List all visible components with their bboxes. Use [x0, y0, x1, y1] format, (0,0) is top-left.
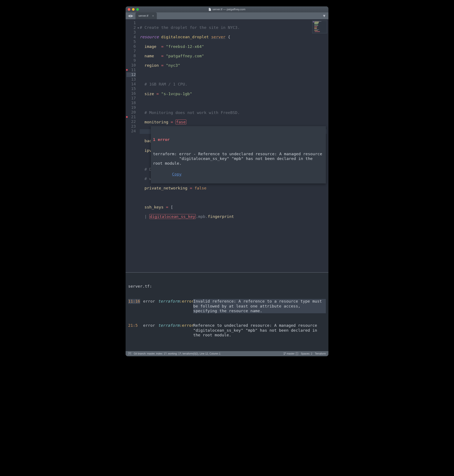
- diagnostic-popup: 1 error terraform: error - Reference to …: [151, 126, 326, 184]
- line-number: 4: [126, 35, 136, 39]
- problem-source: terraform:error: [158, 299, 190, 304]
- code-token: "freebsd-12-x64": [166, 44, 204, 49]
- indent-chip[interactable]: Spaces: 2: [301, 352, 312, 355]
- code-token: =: [156, 91, 159, 96]
- problem-row[interactable]: 11:16 error terraform:error Invalid refe…: [128, 299, 326, 313]
- code-token: image: [144, 44, 156, 49]
- code-token: =: [161, 44, 163, 49]
- code-editor[interactable]: 1 2 3 4 5 6 7 8 9 10 11 12 13 14 15 16 1…: [126, 19, 328, 272]
- code-token: =: [190, 186, 192, 190]
- problem-severity: error: [143, 299, 155, 304]
- problems-panel[interactable]: server.tf: 11:16 error terraform:error I…: [126, 272, 328, 351]
- tabs-overflow-menu[interactable]: ▼: [320, 12, 328, 19]
- file-icon: [209, 8, 211, 11]
- code-token: monitoring: [144, 120, 168, 124]
- line-number: 22: [126, 119, 136, 124]
- problem-message: Invalid reference: A reference to a reso…: [193, 299, 326, 313]
- console-icon[interactable]: [128, 352, 131, 355]
- problem-severity: error: [143, 323, 155, 328]
- line-number: 5: [126, 39, 136, 44]
- branch-name: master: [287, 352, 295, 355]
- code-token: ssh_keys: [144, 205, 163, 209]
- nav-arrows[interactable]: ◀ ▶: [127, 12, 134, 19]
- line-number: 11: [126, 67, 136, 72]
- svg-point-2: [284, 353, 285, 353]
- close-tab-icon[interactable]: ×: [152, 14, 154, 18]
- window-title: server.tf — patgaffney.com: [126, 8, 328, 11]
- line-number: 19: [126, 105, 136, 110]
- code-token: # 1GB RAM / 1 CPU.: [144, 82, 187, 86]
- window-title-text: server.tf — patgaffney.com: [212, 8, 245, 11]
- code-token: false: [195, 186, 206, 190]
- code-token: size: [144, 91, 154, 96]
- status-bar: Git branch: master, index: 1?, working: …: [126, 351, 328, 356]
- svg-rect-1: [129, 353, 131, 354]
- line-number: 7: [126, 49, 136, 53]
- minimap[interactable]: [312, 21, 327, 33]
- code-token: =: [161, 54, 163, 58]
- line-number: 3: [126, 30, 136, 35]
- line-number: 17: [126, 96, 136, 101]
- problem-location: 11:16: [128, 299, 140, 304]
- code-token: [: [171, 205, 173, 209]
- svg-point-4: [284, 354, 285, 355]
- code-token: region: [144, 63, 159, 67]
- line-number: 6: [126, 44, 136, 49]
- tab-bar: ◀ ▶ server.tf × ▼: [126, 12, 328, 19]
- line-number: 18: [126, 101, 136, 105]
- problem-location: 21:5: [128, 323, 140, 328]
- panel-file-label: server.tf:: [128, 284, 326, 289]
- status-left: Git branch: master, index: 1?, working: …: [134, 352, 220, 355]
- editor-window: server.tf — patgaffney.com ◀ ▶ server.tf…: [126, 7, 328, 356]
- code-token: "s-1vcpu-1gb": [161, 91, 192, 96]
- diagnostic-header: 1 error: [153, 137, 324, 142]
- code-token: digitalocean_droplet: [161, 35, 209, 39]
- diagnostic-message: terraform: error - Reference to undeclar…: [153, 152, 324, 166]
- line-number: 12: [126, 72, 136, 77]
- syntax-chip[interactable]: Terraform: [315, 352, 326, 355]
- git-branch-icon: [284, 352, 286, 355]
- code-token: =: [161, 63, 163, 67]
- svg-point-3: [285, 353, 286, 353]
- tab-label: server.tf: [138, 14, 148, 17]
- code-token: fingerprint: [208, 214, 234, 219]
- problem-message: Reference to undeclared resource: A mana…: [193, 323, 326, 337]
- line-number: 15: [126, 86, 136, 91]
- code-token: .mpb.: [196, 214, 208, 219]
- code-token: {: [228, 35, 230, 39]
- code-error-token: digitalocean_ss_key: [149, 214, 196, 219]
- code-token: resource: [140, 35, 159, 39]
- line-number: 23: [126, 124, 136, 129]
- code-error-token: fase: [175, 119, 186, 125]
- line-number: 2: [126, 25, 136, 30]
- code-token: private_networking: [144, 186, 187, 190]
- code-token: # Create the droplet for the site in NYC…: [140, 25, 240, 30]
- line-number: 20: [126, 110, 136, 115]
- problem-source: terraform:error: [158, 323, 190, 328]
- code-area[interactable]: # Create the droplet for the site in NYC…: [138, 19, 328, 272]
- line-number: 21: [126, 115, 136, 119]
- code-token: server: [211, 35, 226, 39]
- code-token: "patgaffney.com": [166, 54, 204, 58]
- copy-link[interactable]: Copy: [172, 172, 182, 177]
- code-token: =: [171, 120, 173, 124]
- problem-row[interactable]: 21:5 error terraform:error Reference to …: [128, 323, 326, 337]
- code-token: # Monitoring does not work with FreeBSD.: [144, 110, 240, 115]
- line-number: 14: [126, 82, 136, 86]
- line-number: 8: [126, 53, 136, 58]
- line-number: 24: [126, 129, 136, 134]
- line-number: 10: [126, 63, 136, 67]
- nav-back-icon[interactable]: ◀: [128, 14, 130, 18]
- code-token: name: [144, 54, 154, 58]
- nav-forward-icon[interactable]: ▶: [131, 14, 133, 18]
- branch-badge: 1: [295, 352, 298, 355]
- line-number: 13: [126, 77, 136, 82]
- line-number: 9: [126, 58, 136, 63]
- line-number: 1: [126, 21, 136, 25]
- git-branch-chip[interactable]: master 1: [284, 352, 298, 355]
- code-token: =: [166, 205, 168, 209]
- tab-server-tf[interactable]: server.tf ×: [136, 12, 157, 19]
- titlebar: server.tf — patgaffney.com: [126, 7, 328, 12]
- line-number: 16: [126, 91, 136, 96]
- gutter: 1 2 3 4 5 6 7 8 9 10 11 12 13 14 15 16 1…: [126, 19, 138, 272]
